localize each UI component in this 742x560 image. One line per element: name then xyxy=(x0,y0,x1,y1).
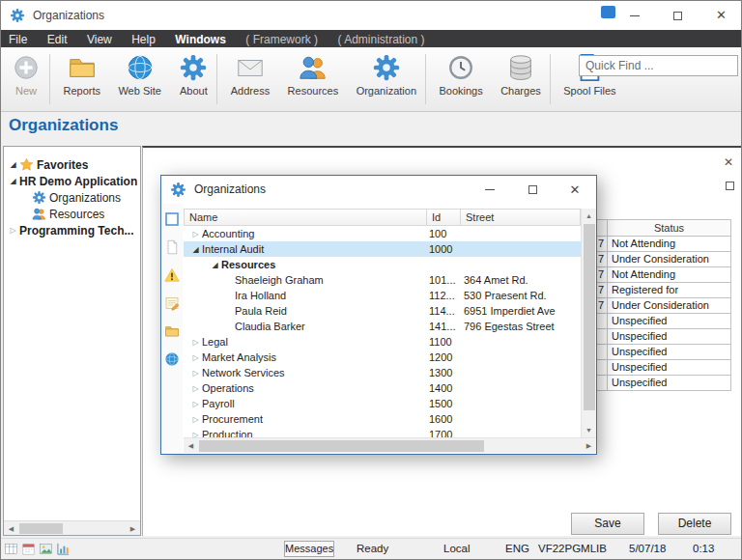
quick-find-input[interactable] xyxy=(579,55,738,76)
expand-icon[interactable] xyxy=(7,160,19,169)
expand-icon[interactable] xyxy=(189,245,202,254)
side-tool-button[interactable] xyxy=(164,351,180,367)
expand-icon[interactable] xyxy=(189,400,202,408)
menu-item[interactable]: View xyxy=(79,31,120,48)
mdi-window-icon[interactable] xyxy=(726,177,734,194)
cell-name-text: Resources xyxy=(221,259,275,270)
expand-icon[interactable] xyxy=(209,261,221,269)
grid-vertical-scrollbar[interactable] xyxy=(581,209,596,437)
tree-item[interactable]: HR Demo Application xyxy=(4,173,140,189)
expand-icon[interactable] xyxy=(189,431,202,438)
side-tool-button[interactable] xyxy=(164,211,180,227)
cell-name: Market Analysis xyxy=(184,351,426,363)
expand-icon[interactable] xyxy=(189,230,202,238)
status-bar-icon[interactable] xyxy=(39,542,53,556)
menu-item[interactable]: Edit xyxy=(40,31,75,48)
status-bar-icons xyxy=(4,542,71,556)
grid-horizontal-scrollbar[interactable] xyxy=(184,437,596,453)
toolbar-button[interactable]: Web Site xyxy=(111,50,167,97)
grid-row[interactable]: Operations 1400 xyxy=(184,380,581,396)
side-tool-button[interactable] xyxy=(164,267,180,283)
close-button[interactable] xyxy=(699,1,742,30)
expand-icon[interactable] xyxy=(189,384,202,393)
grid-row[interactable]: Resources xyxy=(184,257,581,272)
grid-row[interactable]: Market Analysis 1200 xyxy=(184,350,581,365)
grid-row[interactable]: Procurement 1600 xyxy=(184,411,581,427)
messages-panel[interactable]: Messages xyxy=(284,541,334,557)
side-tool-button[interactable] xyxy=(164,323,180,339)
status-bar-icon[interactable] xyxy=(21,542,36,556)
cell-name-text: Accounting xyxy=(202,228,254,239)
expand-icon[interactable] xyxy=(7,226,19,235)
toolbar-button[interactable]: About xyxy=(172,50,214,97)
cell-name: Accounting xyxy=(184,228,426,239)
status-bar-icon[interactable] xyxy=(4,542,18,556)
scroll-left-icon[interactable] xyxy=(4,521,18,536)
cell-status: Registered for xyxy=(608,283,731,297)
grid-row[interactable]: Claudia Barker 141... 796 Egestas Street xyxy=(184,319,581,334)
tree-item[interactable]: Organizations xyxy=(4,189,140,206)
column-header-status[interactable]: Status xyxy=(608,220,731,236)
grid-row[interactable]: Legal 1100 xyxy=(184,334,581,350)
menu-item[interactable]: ( Administration ) xyxy=(329,31,432,48)
expand-icon[interactable] xyxy=(189,353,202,362)
toolbar-button[interactable]: Resources xyxy=(281,50,346,97)
dialog-minimize-button[interactable] xyxy=(469,176,511,204)
grid-row[interactable]: Internal Audit 1000 xyxy=(184,241,581,257)
toolbar-button[interactable]: Charges xyxy=(494,50,548,97)
expand-icon[interactable] xyxy=(189,369,202,378)
scroll-thumb[interactable] xyxy=(19,523,63,534)
menu-item[interactable]: Help xyxy=(124,31,163,48)
grid-row[interactable]: Paula Reid 114... 6951 Imperdiet Ave xyxy=(184,303,581,319)
grid-row[interactable]: Shaeleigh Graham 101... 364 Amet Rd. xyxy=(184,272,581,288)
tree-item[interactable]: Favorites xyxy=(4,156,140,173)
dialog-title-bar[interactable]: Organizations xyxy=(161,176,596,204)
toolbar-button[interactable]: Bookings xyxy=(432,50,489,97)
menu-item[interactable]: ( Framework ) xyxy=(238,31,326,48)
tree-item[interactable]: Resources xyxy=(4,206,140,222)
scroll-thumb[interactable] xyxy=(584,224,595,410)
scroll-thumb[interactable] xyxy=(199,440,484,452)
side-tool-button[interactable] xyxy=(164,239,180,255)
toolbar-button-label: Resources xyxy=(288,85,339,97)
dialog-maximize-button[interactable] xyxy=(511,176,554,204)
toolbar-button[interactable]: Address xyxy=(224,50,276,97)
menu-item[interactable]: Windows xyxy=(167,31,234,48)
expand-icon[interactable] xyxy=(189,338,202,347)
delete-button[interactable]: Delete xyxy=(658,513,731,535)
scroll-left-icon[interactable] xyxy=(184,438,198,453)
column-header-name[interactable]: Name xyxy=(185,210,427,225)
scroll-down-icon[interactable] xyxy=(582,423,596,437)
mdi-close-icon[interactable] xyxy=(722,155,735,169)
toolbar-button-icon xyxy=(68,53,97,82)
scroll-right-icon[interactable] xyxy=(126,521,140,536)
page-title: Organizations xyxy=(9,116,118,135)
status-library: VF22PGMLIB xyxy=(538,539,607,559)
menu-item[interactable]: File xyxy=(1,31,35,48)
expand-icon[interactable] xyxy=(189,415,202,424)
grid-row[interactable]: Network Services 1300 xyxy=(184,365,581,380)
grid-row[interactable]: Payroll 1500 xyxy=(184,396,581,411)
save-button[interactable]: Save xyxy=(571,513,644,535)
toolbar-button[interactable]: Organization xyxy=(350,50,423,97)
status-bar-icon[interactable] xyxy=(56,542,71,556)
tree-horizontal-scrollbar[interactable] xyxy=(4,520,140,535)
side-tool-button[interactable] xyxy=(164,295,180,311)
grid-row[interactable]: Ira Holland 112... 530 Praesent Rd. xyxy=(184,288,581,303)
tree-item[interactable]: Programming Tech... xyxy=(4,222,140,238)
column-header-street[interactable]: Street xyxy=(461,210,580,225)
expand-icon[interactable] xyxy=(7,177,19,185)
column-header-id[interactable]: Id xyxy=(427,210,461,225)
dialog-icon xyxy=(170,182,186,198)
toolbar-button[interactable]: Reports xyxy=(56,50,107,97)
grid-row[interactable]: Accounting 100 xyxy=(184,226,581,241)
scroll-up-icon[interactable] xyxy=(582,209,596,223)
grid-row[interactable]: Production 1700 xyxy=(184,427,581,437)
dialog-close-button[interactable] xyxy=(554,176,596,204)
scroll-right-icon[interactable] xyxy=(582,438,596,453)
minimize-button[interactable] xyxy=(613,1,656,30)
toolbar-button-icon xyxy=(126,53,155,82)
toolbar-button[interactable]: New xyxy=(5,50,47,97)
cell-name-text: Network Services xyxy=(202,367,285,378)
maximize-button[interactable] xyxy=(656,1,699,30)
